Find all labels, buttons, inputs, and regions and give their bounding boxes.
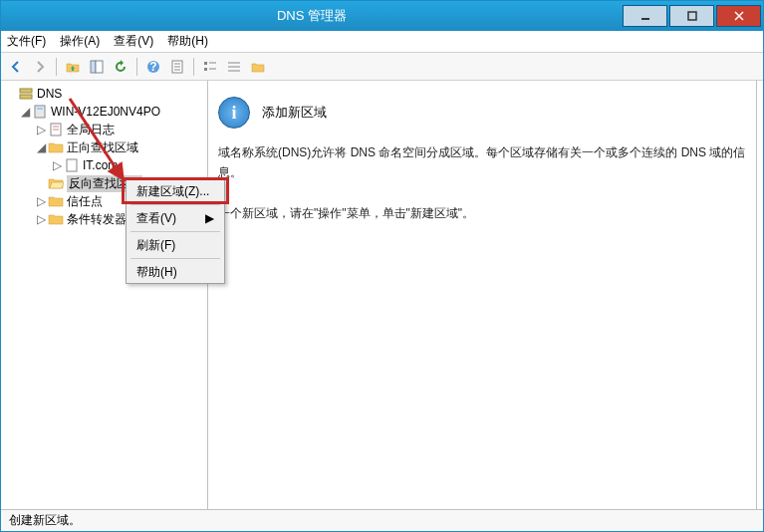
- titlebar: DNS 管理器: [1, 1, 763, 31]
- forward-button[interactable]: [29, 56, 51, 78]
- tree-global-log[interactable]: ▷ 全局日志: [1, 121, 207, 138]
- maximize-button[interactable]: [669, 5, 714, 27]
- show-hide-tree-button[interactable]: [86, 56, 108, 78]
- svg-rect-26: [67, 159, 77, 171]
- zone-icon: [64, 157, 80, 173]
- tree-forward-zone[interactable]: ◢ 正向查找区域: [1, 138, 207, 156]
- expand-icon[interactable]: ▷: [35, 195, 47, 207]
- tree-label: WIN-V12EJ0NV4PO: [51, 105, 160, 119]
- menu-file[interactable]: 文件(F): [7, 33, 46, 50]
- expand-icon[interactable]: ◢: [35, 141, 47, 153]
- context-menu: 新建区域(Z)... 查看(V)▶ 刷新(F) 帮助(H): [126, 179, 225, 284]
- svg-rect-19: [20, 89, 32, 93]
- context-view-label: 查看(V): [136, 210, 176, 227]
- context-separator: [130, 258, 220, 259]
- server-icon: [32, 104, 48, 120]
- refresh-button[interactable]: [110, 56, 131, 78]
- folder-icon: [48, 211, 64, 227]
- content-header: i 添加新区域: [218, 97, 746, 129]
- submenu-arrow-icon: ▶: [205, 211, 214, 225]
- svg-rect-21: [35, 106, 45, 118]
- toolbar: ?: [1, 53, 763, 81]
- tree-server[interactable]: ◢ WIN-V12EJ0NV4PO: [1, 103, 207, 121]
- expand-icon: [35, 177, 47, 189]
- info-icon: i: [218, 97, 250, 129]
- collapse-icon: [5, 88, 17, 100]
- svg-text:?: ?: [149, 60, 156, 74]
- status-text: 创建新区域。: [9, 512, 81, 529]
- expand-icon[interactable]: ▷: [35, 213, 47, 225]
- properties-button[interactable]: [166, 56, 188, 78]
- toolbar-separator: [56, 58, 57, 76]
- content-body: 域名称系统(DNS)允许将 DNS 命名空间分成区域。每个区域存储有关一个或多个…: [218, 142, 746, 224]
- toolbar-separator: [136, 58, 137, 76]
- body-area: DNS ◢ WIN-V12EJ0NV4PO ▷ 全局日志 ◢ 正向查找区域 ▷ …: [1, 81, 763, 509]
- content-pane: i 添加新区域 域名称系统(DNS)允许将 DNS 命名空间分成区域。每个区域存…: [208, 81, 757, 509]
- content-p2: 一个新区域，请在"操作"菜单，单击"新建区域"。: [218, 203, 746, 223]
- content-heading: 添加新区域: [262, 104, 327, 122]
- toolbar-separator: [193, 58, 194, 76]
- tree-label: 正向查找区域: [67, 139, 138, 156]
- expand-icon[interactable]: ◢: [19, 106, 31, 118]
- svg-rect-12: [204, 62, 207, 65]
- up-button[interactable]: [62, 56, 84, 78]
- svg-rect-4: [91, 61, 96, 73]
- filter-icon[interactable]: [247, 56, 269, 78]
- content-p1: 域名称系统(DNS)允许将 DNS 命名空间分成区域。每个区域存储有关一个或多个…: [218, 142, 746, 183]
- right-pane-sliver: [757, 81, 763, 509]
- tree-root-dns[interactable]: DNS: [1, 85, 207, 103]
- folder-open-icon: [48, 175, 64, 191]
- expand-icon[interactable]: ▷: [35, 124, 47, 135]
- folder-icon: [48, 193, 64, 209]
- tree-label: 信任点: [67, 193, 103, 210]
- back-button[interactable]: [5, 56, 27, 78]
- tree-label: DNS: [37, 87, 62, 101]
- detail-icon[interactable]: [223, 56, 245, 78]
- svg-rect-1: [688, 12, 696, 20]
- menu-help[interactable]: 帮助(H): [167, 33, 208, 50]
- list-icon[interactable]: [199, 56, 221, 78]
- svg-rect-20: [20, 95, 32, 99]
- tree-label: 条件转发器: [67, 211, 127, 228]
- close-button[interactable]: [716, 5, 761, 27]
- folder-icon: [48, 139, 64, 155]
- window-title: DNS 管理器: [1, 7, 623, 25]
- svg-rect-13: [204, 68, 207, 71]
- minimize-button[interactable]: [623, 5, 667, 27]
- menu-view[interactable]: 查看(V): [114, 33, 153, 50]
- svg-rect-22: [37, 108, 43, 110]
- tree-label: IT.com: [83, 158, 118, 172]
- tree-pane: DNS ◢ WIN-V12EJ0NV4PO ▷ 全局日志 ◢ 正向查找区域 ▷ …: [1, 81, 208, 509]
- context-view[interactable]: 查看(V)▶: [127, 207, 224, 229]
- statusbar: 创建新区域。: [1, 509, 763, 531]
- context-separator: [130, 231, 220, 232]
- context-separator: [130, 204, 220, 205]
- context-help[interactable]: 帮助(H): [127, 261, 224, 283]
- context-refresh[interactable]: 刷新(F): [127, 234, 224, 256]
- svg-rect-5: [96, 61, 103, 73]
- menubar: 文件(F) 操作(A) 查看(V) 帮助(H): [1, 31, 763, 53]
- expand-icon[interactable]: ▷: [51, 159, 63, 171]
- tree-forward-child[interactable]: ▷ IT.com: [1, 156, 207, 174]
- log-icon: [48, 122, 64, 137]
- tree-label: 全局日志: [67, 122, 115, 138]
- dns-icon: [18, 86, 34, 102]
- help-button[interactable]: ?: [142, 56, 164, 78]
- context-new-zone[interactable]: 新建区域(Z)...: [127, 180, 224, 202]
- menu-action[interactable]: 操作(A): [60, 33, 100, 50]
